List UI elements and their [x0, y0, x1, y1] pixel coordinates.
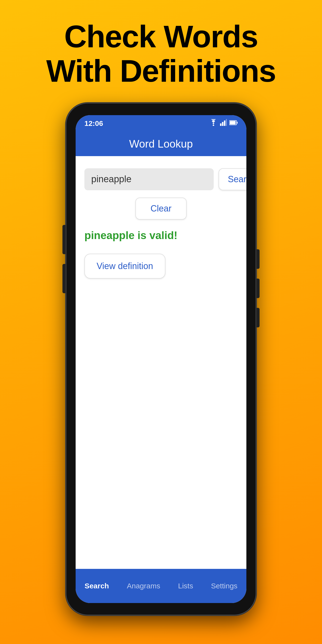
clear-button[interactable]: Clear	[136, 198, 186, 220]
nav-item-lists[interactable]: Lists	[178, 582, 193, 590]
svg-rect-4	[226, 119, 227, 126]
phone-screen: 12:06	[76, 115, 246, 603]
result-text: pineapple is valid!	[84, 229, 238, 242]
nav-label-settings: Settings	[211, 582, 237, 590]
headline-line2: With Definitions	[46, 54, 276, 88]
headline: Check Words With Definitions	[46, 20, 276, 88]
nav-label-anagrams: Anagrams	[127, 582, 160, 590]
svg-rect-2	[222, 122, 224, 126]
view-definition-button[interactable]: View definition	[84, 254, 166, 278]
status-bar: 12:06	[76, 115, 246, 132]
headline-line1: Check Words	[46, 20, 276, 54]
wifi-icon	[209, 119, 218, 128]
signal-icon	[220, 119, 227, 128]
svg-rect-7	[230, 121, 236, 124]
svg-rect-1	[220, 124, 222, 126]
nav-item-search[interactable]: Search	[85, 582, 109, 590]
nav-item-settings[interactable]: Settings	[211, 582, 237, 590]
svg-rect-3	[224, 120, 226, 126]
phone-mockup: 12:06	[66, 103, 256, 615]
svg-point-0	[213, 125, 214, 126]
search-input[interactable]	[84, 168, 214, 190]
search-row: Search	[84, 168, 238, 190]
svg-rect-6	[236, 122, 238, 124]
phone-shell: 12:06	[66, 103, 256, 615]
app-bar-title: Word Lookup	[129, 138, 193, 150]
search-button[interactable]: Search	[218, 168, 246, 190]
clear-row: Clear	[84, 198, 238, 220]
status-icons	[209, 119, 238, 128]
nav-label-search: Search	[85, 582, 109, 590]
status-time: 12:06	[84, 119, 103, 128]
nav-item-anagrams[interactable]: Anagrams	[127, 582, 160, 590]
battery-icon	[229, 120, 238, 127]
app-content: Search Clear pineapple is valid! View de…	[76, 156, 246, 569]
app-bar: Word Lookup	[76, 132, 246, 156]
nav-label-lists: Lists	[178, 582, 193, 590]
bottom-nav: Search Anagrams Lists Settings	[76, 569, 246, 603]
